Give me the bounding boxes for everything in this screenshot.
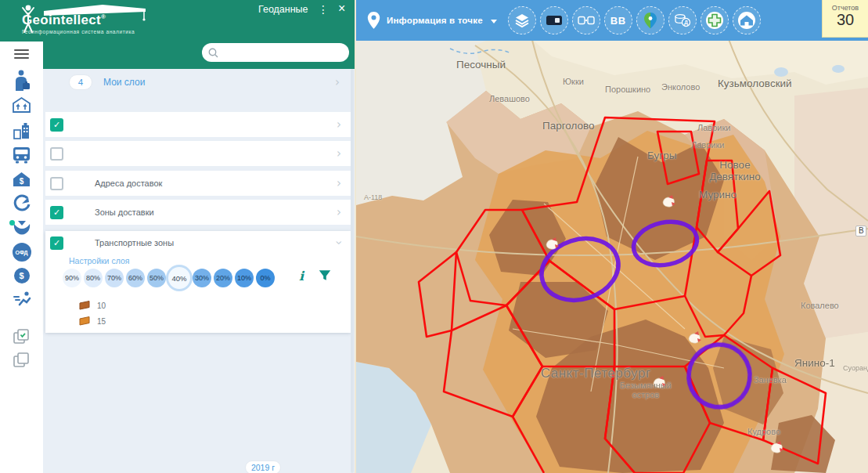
coins-icon: Д xyxy=(674,13,691,27)
chevron-right-icon[interactable]: › xyxy=(337,176,341,190)
bus-icon[interactable] xyxy=(0,146,43,164)
ab-blocks-icon xyxy=(578,16,595,25)
checkbox-checked[interactable]: ✓ xyxy=(50,206,63,219)
chevron-down-icon[interactable] xyxy=(491,20,497,23)
layer-label: Адреса доставок xyxy=(95,179,337,188)
my-layers-header[interactable]: 4 Мои слои › xyxy=(45,69,351,96)
opacity-selector: 90% 80% 70% 60% 50% 40% 30% 20% 10% 0% xyxy=(63,267,275,289)
layer-label: Зоны доставки xyxy=(95,208,337,217)
map-toolbar: Информация в точке xyxy=(356,0,868,41)
location-pin-icon[interactable] xyxy=(367,11,380,30)
reports-count: 30 xyxy=(823,12,868,27)
checkbox-unchecked[interactable] xyxy=(50,177,63,190)
svg-text:Д: Д xyxy=(684,20,688,26)
layers-count-badge: 4 xyxy=(69,74,92,90)
geodata-panel: Geointellect® Геоинформационная система … xyxy=(0,0,355,473)
opacity-90[interactable]: 90% xyxy=(63,269,81,287)
filter-icon[interactable] xyxy=(318,269,332,285)
opacity-70[interactable]: 70% xyxy=(105,269,124,287)
year-badge[interactable]: 2019 г xyxy=(245,460,281,473)
ofd-text: ОФД xyxy=(13,243,31,262)
pharmacy-button[interactable] xyxy=(701,6,729,34)
flag-icon xyxy=(78,300,91,311)
opacity-50[interactable]: 50% xyxy=(147,269,166,287)
transport-zones-row[interactable]: ✓ Транспортные зоны › xyxy=(45,231,351,255)
billboard-button[interactable] xyxy=(540,6,568,34)
flag-icon xyxy=(78,316,91,327)
legend-item: 15 xyxy=(78,316,106,327)
gis-pin-icon xyxy=(643,12,657,29)
opacity-10[interactable]: 10% xyxy=(235,269,254,287)
kebab-menu-icon[interactable]: ⋮ xyxy=(315,2,332,17)
opacity-80[interactable]: 80% xyxy=(84,269,103,287)
brand-subtitle: Геоинформационная система аналитика xyxy=(22,29,135,34)
chevron-right-icon[interactable]: › xyxy=(337,117,341,132)
city-buildings-icon[interactable] xyxy=(0,122,43,140)
gis-pin-button[interactable] xyxy=(636,6,665,34)
icon-sidebar: $ ОФД $ xyxy=(0,42,43,473)
layer-row[interactable]: Адреса доставок › xyxy=(45,171,351,196)
pond xyxy=(832,65,845,73)
brand-name: Geointellect® xyxy=(22,13,106,28)
home-button[interactable] xyxy=(733,6,761,34)
opacity-60[interactable]: 60% xyxy=(126,269,145,287)
search-icon xyxy=(208,48,218,58)
menu-icon[interactable] xyxy=(0,47,43,61)
layers-button[interactable] xyxy=(508,6,536,34)
home-icon xyxy=(737,11,756,30)
opacity-0[interactable]: 0% xyxy=(256,269,275,287)
geointellect-app: Песочный Левашово Юкки Порошкино Энколов… xyxy=(0,0,868,473)
info-icon[interactable]: i xyxy=(299,269,304,283)
opacity-40-selected[interactable]: 40% xyxy=(168,267,190,289)
layers-icon xyxy=(514,13,530,28)
chevron-right-icon[interactable]: › xyxy=(337,146,341,161)
legend-value: 15 xyxy=(97,317,106,326)
svg-text:$: $ xyxy=(20,177,24,186)
pharmacy-cross-icon xyxy=(705,11,724,30)
transport-zones-label: Транспортные зоны xyxy=(95,238,337,247)
brand-name-text: Geointellect xyxy=(22,13,101,27)
layer-row[interactable]: ✓ Зоны доставки › xyxy=(45,200,351,225)
bb-button[interactable]: ВВ xyxy=(604,6,632,34)
point-info-label[interactable]: Информация в точке xyxy=(387,16,483,25)
billboard-icon xyxy=(546,15,562,26)
coins-button[interactable]: Д xyxy=(668,6,697,34)
layer-row[interactable]: ✓ › xyxy=(45,112,351,137)
panel-title: Геоданные xyxy=(258,4,308,15)
transport-zones-card: ✓ Транспортные зоны › Настройки слоя 90%… xyxy=(45,231,351,333)
house-dollar-icon[interactable]: $ xyxy=(0,171,43,188)
ofd-badge-icon[interactable]: ОФД xyxy=(0,243,43,262)
person-briefcase-icon[interactable] xyxy=(0,70,43,91)
opacity-30[interactable]: 30% xyxy=(193,269,211,287)
map-canvas[interactable]: Песочный Левашово Юкки Порошкино Энколов… xyxy=(356,0,868,473)
dollar-badge-icon[interactable]: $ xyxy=(0,268,43,283)
windows-check-icon[interactable] xyxy=(0,329,43,345)
ab-blocks-button[interactable] xyxy=(572,6,600,34)
close-icon[interactable]: × xyxy=(335,1,348,16)
legend-item: 10 xyxy=(78,300,106,311)
bird-icon[interactable] xyxy=(0,219,43,235)
dollar-text: $ xyxy=(14,268,30,283)
my-layers-label: Мои слои xyxy=(103,77,335,88)
opacity-20[interactable]: 20% xyxy=(214,269,232,287)
bank-building-icon[interactable] xyxy=(0,96,43,114)
layer-settings-link[interactable]: Настройки слоя xyxy=(69,256,129,265)
chevron-right-icon[interactable]: › xyxy=(337,205,341,219)
swirl-icon[interactable] xyxy=(0,194,43,213)
legend-value: 10 xyxy=(97,301,106,310)
search-input[interactable] xyxy=(223,48,340,57)
basemap-svg xyxy=(356,0,868,473)
checkbox-checked[interactable]: ✓ xyxy=(50,118,63,132)
checkbox-checked[interactable]: ✓ xyxy=(50,236,63,250)
windows-icon[interactable] xyxy=(0,352,43,368)
chevron-right-icon[interactable]: › xyxy=(335,75,340,89)
search-bar xyxy=(202,43,349,62)
layer-row[interactable]: › xyxy=(45,141,351,166)
bb-label-icon: ВВ xyxy=(610,15,626,27)
pond xyxy=(774,67,788,77)
panel-scrollbar[interactable] xyxy=(351,69,354,473)
chevron-down-icon[interactable]: › xyxy=(332,240,346,245)
checkbox-unchecked[interactable] xyxy=(50,147,63,161)
runner-icon[interactable] xyxy=(0,291,43,306)
reports-badge[interactable]: Отчетов 30 xyxy=(822,0,868,38)
